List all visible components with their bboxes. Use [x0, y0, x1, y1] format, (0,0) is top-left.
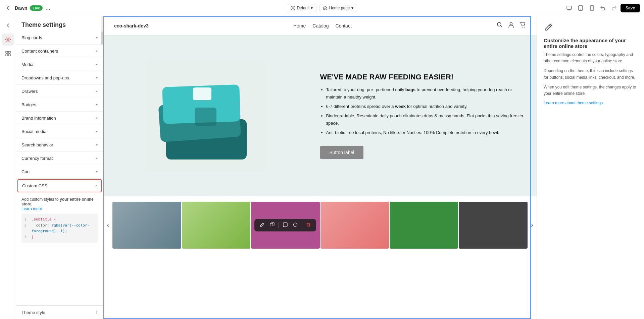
sidebar-item-content-containers[interactable]: Content containers ▾ [16, 45, 103, 58]
nav-link-catalog[interactable]: Catalog [312, 23, 329, 28]
svg-point-13 [522, 27, 523, 27]
svg-rect-9 [6, 54, 8, 56]
brand-name: Dawn [15, 5, 27, 11]
gallery-prev-arrow[interactable]: ‹ [103, 221, 112, 230]
right-panel: Customize the appearance of your entire … [537, 16, 644, 319]
right-panel-desc-2: Depending on the theme, this can include… [544, 68, 637, 80]
hero-button[interactable]: Button label [320, 146, 364, 159]
sections-rail-icon[interactable] [2, 48, 14, 60]
gallery-images [112, 202, 527, 249]
svg-rect-19 [193, 87, 211, 100]
live-badge: Live [30, 5, 43, 11]
section-drawers: Drawers ▾ [16, 85, 103, 98]
section-custom-css: Custom CSS ▾ Add custom styles to your e… [16, 179, 103, 247]
sidebar-item-social-media[interactable]: Social media ▾ [16, 125, 103, 138]
tablet-view-button[interactable] [576, 4, 585, 12]
sidebar-item-dropdowns[interactable]: Dropdowns and pop-ups ▾ [16, 71, 103, 84]
learn-more-link[interactable]: Learn more [21, 206, 42, 211]
svg-point-23 [294, 223, 297, 227]
topbar-left: Dawn Live ... [4, 4, 214, 12]
svg-rect-20 [195, 108, 216, 126]
back-button[interactable] [4, 4, 12, 12]
svg-rect-7 [6, 51, 8, 53]
account-nav-icon[interactable] [508, 21, 514, 30]
chevron-down-icon: ▾ [96, 49, 98, 53]
hero-content: WE'VE MADE RAW FEEDING EASIER! Tailored … [309, 36, 537, 196]
section-brand-information: Brand information ▾ [16, 112, 103, 125]
desktop-view-button[interactable] [565, 4, 574, 12]
store-gallery: ‹ [103, 196, 537, 254]
sidebar: Theme settings Blog cards ▾ Content cont… [16, 16, 103, 319]
float-block-btn[interactable] [281, 221, 290, 230]
store-logo: eco-shark-dev3 [114, 23, 149, 28]
float-divider-1 [279, 222, 279, 228]
theme-settings-rail-icon[interactable] [2, 34, 14, 46]
mobile-view-button[interactable] [588, 4, 596, 12]
sidebar-item-custom-css[interactable]: Custom CSS ▾ [17, 179, 102, 192]
section-content-containers: Content containers ▾ [16, 45, 103, 58]
info-icon[interactable]: ℹ [96, 310, 98, 315]
hero-title: WE'VE MADE RAW FEEDING EASIER! [320, 73, 526, 81]
sidebar-scroll: Blog cards ▾ Content containers ▾ Media … [16, 31, 103, 305]
section-currency-format: Currency format ▾ [16, 152, 103, 165]
float-hide-btn[interactable] [291, 221, 300, 230]
theme-style-section: Theme style ℹ [16, 305, 103, 319]
svg-point-12 [510, 23, 512, 25]
topbar-right: Save [430, 4, 640, 12]
section-cart: Cart ▾ [16, 165, 103, 179]
nav-link-contact[interactable]: Contact [336, 23, 352, 28]
store-nav: eco-shark-dev3 Home Catalog Contact [103, 16, 537, 36]
chevron-down-icon: ▾ [96, 116, 98, 120]
store-preview: eco-shark-dev3 Home Catalog Contact [103, 16, 537, 319]
chevron-down-icon: ▾ [96, 143, 98, 147]
store-hero: WE'VE MADE RAW FEEDING EASIER! Tailored … [103, 36, 537, 196]
sidebar-item-media[interactable]: Media ▾ [16, 58, 103, 71]
custom-css-content: Add custom styles to your entire online … [16, 193, 103, 247]
more-menu-button[interactable]: ... [45, 4, 50, 11]
chevron-down-icon: ▾ [96, 130, 98, 133]
float-toolbar [254, 219, 316, 232]
default-selector[interactable]: Default ▾ [287, 4, 316, 12]
section-badges: Badges ▾ [16, 98, 103, 112]
chevron-down-icon: ▾ [96, 156, 98, 160]
gallery-next-arrow[interactable]: › [528, 221, 537, 230]
gallery-img-2 [182, 202, 250, 249]
float-edit-btn[interactable] [258, 221, 266, 230]
nav-link-home[interactable]: Home [293, 23, 306, 28]
sidebar-item-blog-cards[interactable]: Blog cards ▾ [16, 31, 103, 44]
sidebar-item-drawers[interactable]: Drawers ▾ [16, 85, 103, 98]
gallery-img-1 [112, 202, 181, 249]
preview-scroll[interactable]: eco-shark-dev3 Home Catalog Contact [103, 16, 537, 319]
gallery-img-4 [320, 202, 389, 249]
chevron-down-icon: ▾ [96, 89, 98, 93]
search-nav-icon[interactable] [496, 21, 503, 30]
float-delete-btn[interactable] [304, 221, 313, 230]
store-nav-links: Home Catalog Contact [157, 23, 488, 28]
save-button[interactable]: Save [621, 4, 640, 12]
sidebar-item-brand-information[interactable]: Brand information ▾ [16, 112, 103, 125]
sidebar-item-currency-format[interactable]: Currency format ▾ [16, 152, 103, 165]
section-media: Media ▾ [16, 58, 103, 71]
sidebar-item-cart[interactable]: Cart ▾ [16, 165, 103, 178]
learn-more-theme-link[interactable]: Learn more about theme settings [544, 101, 603, 105]
hero-bullet-4: Anti-biotic free local proteins, No fill… [326, 129, 526, 136]
topbar: Dawn Live ... Default ▾ Home page ▾ [0, 0, 644, 16]
right-panel-title: Customize the appearance of your entire … [544, 38, 637, 49]
svg-point-3 [580, 9, 581, 10]
float-divider-2 [302, 222, 302, 228]
svg-rect-21 [270, 224, 273, 226]
sidebar-item-search-behavior[interactable]: Search behavior ▾ [16, 138, 103, 151]
homepage-selector[interactable]: Home page ▾ [319, 4, 357, 12]
hero-bullet-1: Tailored to your dog, pre- portioned dai… [326, 86, 526, 101]
sidebar-item-badges[interactable]: Badges ▾ [16, 98, 103, 111]
undo-button[interactable] [599, 4, 607, 12]
float-duplicate-btn[interactable] [268, 221, 277, 230]
icon-rail [0, 16, 16, 319]
svg-rect-22 [283, 223, 287, 227]
cart-nav-icon[interactable] [519, 21, 526, 30]
chevron-down-icon: ▾ [96, 103, 98, 107]
redo-button[interactable] [610, 4, 618, 12]
back-rail-icon[interactable] [2, 19, 14, 31]
right-panel-desc-3: When you edit theme settings, the change… [544, 84, 637, 97]
custom-css-code-block[interactable]: 1.subtitle { 2 color: rgba(var(--color-f… [21, 214, 98, 243]
